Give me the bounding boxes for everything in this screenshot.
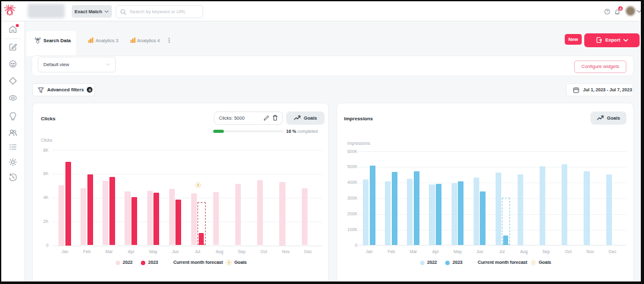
svg-text:?: ? [606, 9, 608, 13]
